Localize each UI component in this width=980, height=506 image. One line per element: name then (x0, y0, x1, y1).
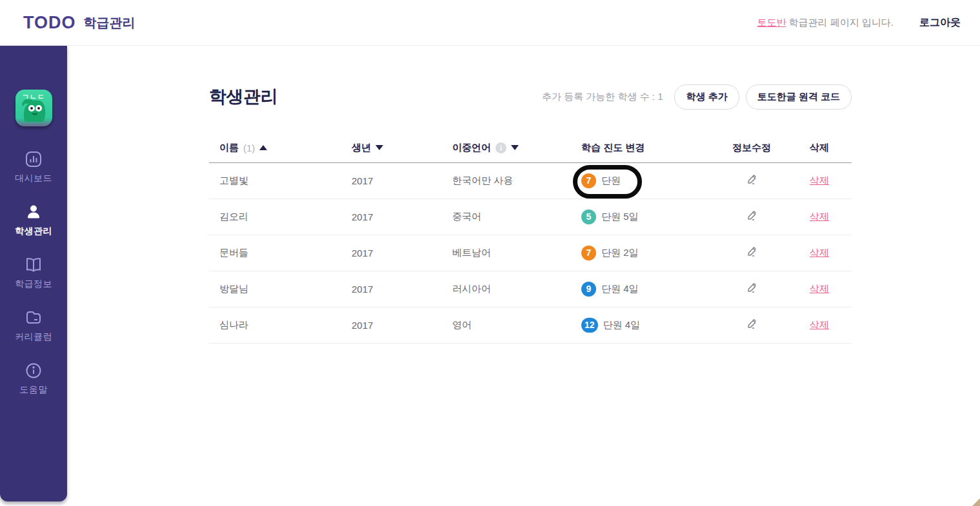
todo-app-icon[interactable]: ㄱㄴㄷ (15, 90, 52, 126)
progress-change-control[interactable]: 7 단원 (581, 173, 621, 188)
student-row: 김오리 2017 중국어 5 단원 5일 삭제 (209, 199, 852, 235)
unit-badge: 7 (581, 173, 596, 188)
unit-badge: 7 (581, 246, 596, 260)
class-management-page: TODO 학급관리 토도반학급관리 페이지 입니다. 로그아웃 ㄱㄴㄷ (0, 0, 980, 506)
student-language: 베트남어 (452, 235, 581, 271)
title-actions: 추가 등록 가능한 학생 수 : 1 학생 추가 토도한글 원격 코드 (542, 84, 852, 110)
logout-button[interactable]: 로그아웃 (919, 16, 961, 30)
header-language: 이중언어 (452, 133, 581, 162)
progress-change-control[interactable]: 9 단원 4일 (581, 282, 639, 297)
sidebar-item-help[interactable]: 도움말 (0, 362, 67, 396)
class-name-link[interactable]: 토도반 (757, 17, 786, 28)
header-delete: 삭제 (787, 133, 852, 162)
students-icon (25, 203, 43, 221)
header-year: 생년 (352, 133, 452, 162)
help-icon (25, 362, 43, 380)
curriculum-icon (25, 309, 43, 327)
sidebar-nav: 대시보드 학생관리 학급정보 (0, 150, 67, 396)
student-language: 러시아어 (452, 271, 581, 307)
student-count: (1) (243, 142, 255, 153)
class-info-icon (25, 256, 43, 274)
edit-button[interactable] (745, 209, 759, 224)
brand[interactable]: TODO 학급관리 (23, 13, 135, 33)
student-row: 문버들 2017 베트남어 7 단원 2일 삭제 (209, 235, 852, 271)
sidebar: ㄱㄴㄷ 대시보드 (0, 46, 67, 501)
student-language: 한국어만 사용 (452, 162, 581, 199)
sort-asc-icon[interactable] (259, 145, 267, 150)
delete-link[interactable]: 삭제 (810, 283, 829, 294)
student-name: 문버들 (209, 235, 352, 271)
student-row: 방달님 2017 러시아어 9 단원 4일 삭제 (209, 271, 852, 307)
student-name: 김오리 (209, 199, 352, 235)
progress-text: 단원 4일 (601, 283, 639, 295)
topbar-right: 토도반학급관리 페이지 입니다. 로그아웃 (757, 16, 961, 30)
delete-link[interactable]: 삭제 (810, 175, 829, 186)
student-language: 중국어 (452, 199, 581, 235)
student-year: 2017 (352, 199, 452, 235)
title-row: 학생관리 추가 등록 가능한 학생 수 : 1 학생 추가 토도한글 원격 코드 (209, 84, 852, 110)
pencil-icon (746, 318, 757, 329)
language-info-icon[interactable] (495, 142, 506, 153)
logo-suffix: 학급관리 (84, 14, 135, 32)
progress-text: 단원 5일 (601, 211, 639, 223)
dashboard-icon (25, 150, 43, 168)
student-name: 고별빛 (209, 162, 352, 199)
header-progress: 학습 진도 변경 (581, 133, 716, 162)
students-table-body: 고별빛 2017 한국어만 사용 7 단원 삭제 (209, 162, 852, 343)
student-language: 영어 (452, 307, 581, 343)
delete-link[interactable]: 삭제 (810, 211, 829, 222)
delete-link[interactable]: 삭제 (810, 319, 829, 330)
students-table: 이름 (1) 생년 이중언어 (209, 133, 852, 344)
sidebar-item-dashboard[interactable]: 대시보드 (0, 150, 67, 184)
student-name: 심나라 (209, 307, 352, 343)
sort-desc-icon[interactable] (511, 145, 519, 150)
unit-badge: 5 (581, 209, 596, 224)
sidebar-item-students[interactable]: 학생관리 (0, 203, 67, 237)
edit-button[interactable] (745, 317, 759, 333)
progress-change-control[interactable]: 5 단원 5일 (581, 209, 639, 224)
edit-button[interactable] (745, 173, 759, 188)
edit-button[interactable] (745, 245, 759, 260)
progress-text: 단원 2일 (601, 247, 639, 259)
student-row: 고별빛 2017 한국어만 사용 7 단원 삭제 (209, 162, 852, 199)
class-caption: 토도반학급관리 페이지 입니다. (757, 17, 894, 29)
pencil-icon (746, 282, 757, 293)
header-name: 이름 (1) (209, 133, 352, 162)
available-students-caption: 추가 등록 가능한 학생 수 : 1 (542, 91, 663, 103)
progress-text: 단원 4일 (603, 319, 641, 331)
pencil-icon (746, 246, 757, 257)
corner-artifact (972, 498, 980, 506)
student-row: 심나라 2017 영어 12 단원 4일 삭제 (209, 307, 852, 343)
student-year: 2017 (352, 235, 452, 271)
pencil-icon (746, 174, 757, 185)
main-content: 학생관리 추가 등록 가능한 학생 수 : 1 학생 추가 토도한글 원격 코드… (209, 46, 852, 344)
student-year: 2017 (352, 162, 452, 199)
progress-change-control[interactable]: 12 단원 4일 (581, 318, 640, 333)
table-header-row: 이름 (1) 생년 이중언어 (209, 133, 852, 162)
sidebar-item-class-info[interactable]: 학급정보 (0, 256, 67, 290)
progress-change-control[interactable]: 7 단원 2일 (581, 246, 639, 260)
pencil-icon (746, 210, 757, 221)
unit-badge: 12 (581, 318, 598, 333)
sidebar-item-curriculum[interactable]: 커리큘럼 (0, 309, 67, 343)
mascot-icon (15, 90, 52, 126)
delete-link[interactable]: 삭제 (810, 247, 829, 258)
page-title: 학생관리 (209, 85, 277, 108)
progress-text: 단원 (601, 175, 621, 187)
student-year: 2017 (352, 271, 452, 307)
header-edit: 정보수정 (716, 133, 787, 162)
add-student-button[interactable]: 학생 추가 (674, 84, 739, 110)
student-year: 2017 (352, 307, 452, 343)
top-header: TODO 학급관리 토도반학급관리 페이지 입니다. 로그아웃 (0, 0, 980, 46)
remote-code-button[interactable]: 토도한글 원격 코드 (746, 84, 852, 110)
todo-logo: TODO (23, 13, 76, 33)
class-caption-text: 학급관리 페이지 입니다. (788, 17, 894, 28)
sort-desc-icon[interactable] (375, 145, 383, 150)
edit-button[interactable] (745, 281, 759, 297)
unit-badge: 9 (581, 282, 596, 297)
student-name: 방달님 (209, 271, 352, 307)
